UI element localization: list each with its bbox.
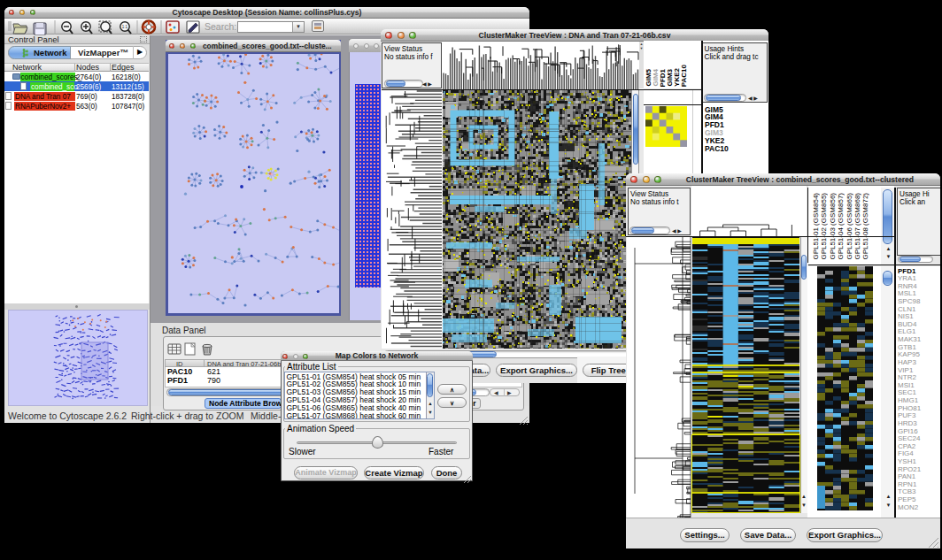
svg-text:1:1: 1:1 (122, 25, 128, 29)
